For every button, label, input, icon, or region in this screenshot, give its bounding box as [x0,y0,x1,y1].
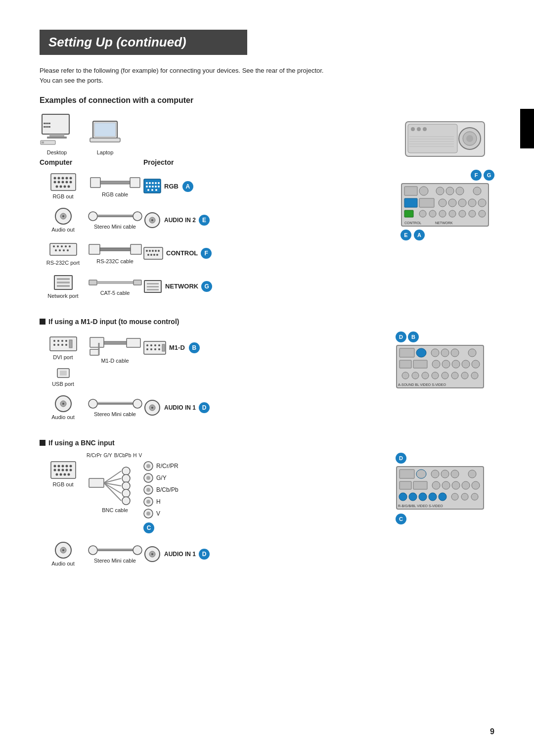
svg-point-181 [471,372,478,379]
laptop-computer: Laptop [89,119,121,155]
svg-point-170 [442,360,450,368]
svg-rect-25 [90,178,100,188]
svg-rect-9 [90,138,120,142]
svg-rect-77 [57,282,70,284]
svg-point-118 [459,210,466,217]
svg-point-40 [151,189,153,191]
svg-rect-107 [419,198,434,207]
conn-row-network: Network port CAT-5 cable [40,274,391,299]
svg-point-111 [468,199,476,207]
svg-point-23 [63,186,66,188]
svg-point-169 [432,360,440,368]
port-control: CONTROL F [143,245,222,261]
examples-section: Examples of connection with a computer [40,96,494,307]
svg-point-54 [57,245,59,247]
device-audio-out3: Audio out [40,541,87,567]
svg-point-243 [399,493,407,501]
svg-point-197 [67,473,70,476]
svg-point-128 [53,344,55,346]
bnc-left: R/CrPrG/YB/CbPbHV [40,453,386,574]
conn-row-rgb: RGB out RGB cable [40,173,391,199]
svg-point-19 [65,181,68,184]
svg-point-225 [133,546,142,555]
badge-B-m1d: B [408,331,419,342]
svg-point-41 [155,189,157,191]
bnc-heading: If using a BNC input [40,439,494,447]
svg-point-145 [154,348,156,350]
svg-point-72 [150,254,152,256]
svg-point-71 [147,254,149,256]
svg-point-131 [65,344,67,346]
svg-point-110 [458,199,466,207]
cable-rs232: RS-232C cable [87,242,143,264]
svg-point-218 [146,512,150,516]
svg-point-248 [451,493,458,500]
stereo-cable-label2: Stereo Mini cable [94,411,136,417]
svg-point-31 [152,182,154,184]
conn-row-bnc-audio: Audio out Stereo Mini cable [40,541,386,567]
svg-point-173 [472,360,480,368]
svg-point-74 [156,254,158,256]
badge-B: B [189,342,200,353]
badge-E-panel: E [400,230,411,240]
port-audio1-bnc: AUDIO IN 1 D [143,546,222,562]
svg-point-206 [122,482,130,490]
port-rgb: RGB A [143,179,222,194]
svg-point-239 [442,481,450,489]
device-audio-out2: Audio out [40,395,87,420]
port-m1d: M1-D B [143,340,222,356]
cable-m1d: M1-D cable [87,331,143,364]
svg-point-15 [69,177,72,180]
svg-rect-231 [416,470,426,478]
svg-rect-236 [400,481,411,489]
projector-top-image [400,112,494,163]
svg-rect-167 [400,360,411,368]
svg-point-37 [155,186,157,188]
svg-point-166 [468,349,476,357]
svg-point-210 [146,464,150,468]
svg-rect-27 [130,178,140,188]
svg-point-53 [53,245,55,247]
svg-point-156 [133,399,142,408]
svg-point-44 [62,215,64,217]
svg-point-176 [422,372,429,379]
svg-point-204 [122,467,130,475]
svg-rect-147 [162,344,165,351]
svg-point-216 [146,500,150,504]
port-audio2: AUDIO IN 2 E [143,212,222,228]
svg-text:R-B/G/B/BL   VIDEO   S-VIDEO: R-B/G/B/BL VIDEO S-VIDEO [398,504,443,508]
svg-point-232 [431,470,439,478]
svg-rect-84 [147,286,159,287]
svg-point-179 [451,372,458,379]
badge-E: E [199,215,210,226]
svg-point-114 [419,210,426,217]
svg-point-93 [423,127,427,131]
desktop-computer: ■■■■ ■■■■ Desktop [40,112,74,155]
svg-point-221 [62,549,64,551]
svg-point-92 [417,127,421,131]
bnc-bullet [40,440,45,446]
port-audio1-label: AUDIO IN 1 [164,404,196,411]
device-rgb-out2: RGB out [40,461,87,487]
bnc-label-r: R/Cr/PR [156,463,178,470]
svg-point-143 [146,348,148,350]
audio-out-label1: Audio out [51,227,74,233]
m1d-layout: DVI port [40,331,494,428]
svg-point-11 [53,177,56,180]
svg-point-214 [146,488,150,492]
svg-point-175 [412,372,419,379]
svg-point-57 [69,245,71,247]
svg-rect-162 [416,348,426,357]
svg-point-165 [451,349,459,357]
svg-point-228 [151,553,153,555]
svg-point-12 [57,177,60,180]
svg-point-233 [441,470,449,478]
cable-cat5: CAT-5 cable [87,277,143,296]
laptop-label: Laptop [89,149,121,155]
svg-point-185 [57,465,60,468]
svg-point-212 [146,476,150,480]
svg-rect-81 [134,280,141,285]
svg-point-242 [472,481,480,489]
device-usb: USB port [40,367,87,387]
svg-point-39 [147,189,149,191]
